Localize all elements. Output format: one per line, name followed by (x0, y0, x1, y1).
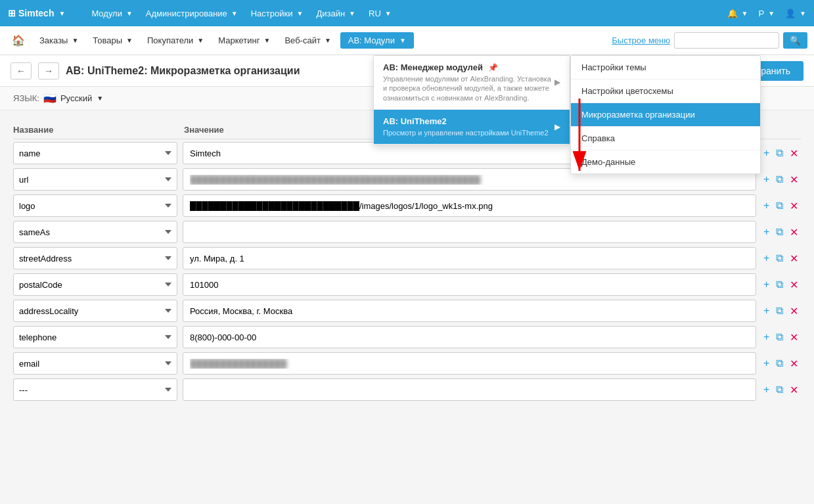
field-select-streetaddress[interactable]: streetAddress (13, 247, 177, 269)
top-nav-bell[interactable]: 🔔▼ (727, 9, 748, 18)
delete-row-button[interactable]: ✕ (788, 277, 800, 292)
admin-caret: ▼ (231, 10, 238, 17)
field-select-logo[interactable]: logo (13, 195, 177, 217)
add-row-button[interactable]: + (761, 172, 771, 187)
field-input-email[interactable] (183, 352, 756, 375)
website-caret: ▼ (325, 37, 331, 44)
table-row: telephone + ⧉ ✕ (13, 326, 801, 348)
table-headers: Название Значение (13, 121, 801, 139)
table-row: name + ⧉ ✕ (13, 142, 801, 164)
copy-row-button[interactable]: ⧉ (774, 304, 785, 318)
copy-row-button[interactable]: ⧉ (774, 172, 785, 187)
add-row-button[interactable]: + (761, 356, 771, 371)
table-row: url + ⧉ ✕ (13, 168, 801, 191)
nav2-buyers[interactable]: Покупатели ▼ (142, 33, 209, 48)
row-actions-sameas: + ⧉ ✕ (761, 225, 801, 240)
field-select-email[interactable]: email (13, 352, 177, 375)
lang-caret: ▼ (385, 10, 392, 17)
table-row: streetAddress + ⧉ ✕ (13, 247, 801, 269)
copy-row-button[interactable]: ⧉ (774, 330, 785, 344)
add-row-button[interactable]: + (761, 225, 771, 239)
delete-row-button[interactable]: ✕ (788, 304, 800, 319)
field-select-url[interactable]: url (13, 168, 177, 191)
delete-row-button[interactable]: ✕ (788, 146, 800, 161)
nav2-orders[interactable]: Заказы ▼ (34, 33, 83, 48)
add-row-button[interactable]: + (761, 146, 771, 160)
add-row-button[interactable]: + (761, 251, 771, 265)
field-input-sameas[interactable] (183, 221, 756, 243)
copy-row-button[interactable]: ⧉ (774, 356, 785, 371)
data-table: Название Значение name + ⧉ ✕ url + ⧉ ✕ l… (0, 110, 814, 415)
page-title: АВ: UniTheme2: Микроразметка организации (66, 65, 300, 77)
brand-caret-icon: ▼ (58, 10, 65, 17)
quick-menu-link[interactable]: Быстрое меню (612, 35, 670, 45)
save-button[interactable]: Сохранить (731, 61, 803, 81)
top-nav-lang[interactable]: RU ▼ (369, 9, 392, 18)
top-nav-design[interactable]: Дизайн ▼ (316, 9, 355, 18)
delete-row-button[interactable]: ✕ (788, 225, 800, 240)
search-input[interactable] (674, 32, 779, 49)
delete-row-button[interactable]: ✕ (788, 172, 800, 187)
field-select-sameas[interactable]: sameAs (13, 221, 177, 243)
copy-row-button[interactable]: ⧉ (774, 225, 785, 239)
add-row-button[interactable]: + (761, 304, 771, 318)
forward-button[interactable]: → (38, 62, 59, 80)
row-actions-telephone: + ⧉ ✕ (761, 330, 801, 345)
second-navigation: 🏠 Заказы ▼ Товары ▼ Покупатели ▼ Маркети… (0, 26, 814, 55)
copy-row-button[interactable]: ⧉ (774, 277, 785, 292)
back-button[interactable]: ← (11, 62, 32, 80)
copy-row-button[interactable]: ⧉ (774, 198, 785, 213)
brand-logo[interactable]: ⊞ Simtech ▼ (8, 8, 65, 18)
field-select-postalcode[interactable]: postalCode (13, 273, 177, 296)
field-select-name[interactable]: name (13, 142, 177, 164)
delete-row-button[interactable]: ✕ (788, 330, 800, 345)
search-button[interactable]: 🔍 (783, 32, 807, 49)
row-actions-streetaddress: + ⧉ ✕ (761, 251, 801, 266)
add-row-button[interactable]: + (761, 277, 771, 292)
top-nav-items: Модули ▼ Администрирование ▼ Настройки ▼… (91, 9, 391, 18)
add-row-button[interactable]: + (761, 330, 771, 344)
field-input-telephone[interactable] (183, 326, 756, 348)
nav2-website[interactable]: Веб-сайт ▼ (279, 33, 336, 48)
table-row: addressLocality + ⧉ ✕ (13, 300, 801, 322)
nav2-ab-modules[interactable]: АВ: Модули ▼ (340, 32, 414, 49)
add-row-button[interactable]: + (761, 198, 771, 213)
add-row-button[interactable]: + (761, 382, 771, 397)
delete-row-button[interactable]: ✕ (788, 251, 800, 266)
row-actions-name: + ⧉ ✕ (761, 146, 801, 161)
field-input-addresslocality[interactable] (183, 300, 756, 322)
nav2-products[interactable]: Товары ▼ (87, 33, 138, 48)
delete-row-button[interactable]: ✕ (788, 356, 800, 371)
copy-row-button[interactable]: ⧉ (774, 251, 785, 265)
delete-row-button[interactable]: ✕ (788, 382, 800, 398)
top-nav-user[interactable]: 👤▼ (785, 9, 806, 18)
table-row: --- + ⧉ ✕ (13, 378, 801, 401)
field-input-logo[interactable] (183, 195, 756, 217)
row-actions-addresslocality: + ⧉ ✕ (761, 304, 801, 319)
field-select-empty[interactable]: --- (13, 378, 177, 401)
copy-row-button[interactable]: ⧉ (774, 382, 785, 397)
top-nav-settings[interactable]: Настройки ▼ (251, 9, 304, 18)
top-nav-admin[interactable]: Администрирование ▼ (146, 9, 238, 18)
design-caret: ▼ (349, 10, 355, 17)
field-input-url[interactable] (183, 168, 756, 191)
settings-caret: ▼ (296, 10, 303, 17)
grid-icon: ⊞ (8, 8, 16, 18)
field-input-name[interactable] (183, 142, 756, 164)
home-button[interactable]: 🏠 (7, 32, 30, 49)
field-input-postalcode[interactable] (183, 273, 756, 296)
top-nav-p[interactable]: P▼ (759, 9, 775, 18)
language-bar: ЯЗЫК: 🇷🇺 Русский ▼ (0, 87, 814, 110)
field-select-telephone[interactable]: telephone (13, 326, 177, 348)
language-selector[interactable]: Русский ▼ (60, 93, 103, 103)
field-input-empty[interactable] (183, 378, 756, 401)
table-row: postalCode + ⧉ ✕ (13, 273, 801, 296)
delete-row-button[interactable]: ✕ (788, 198, 800, 214)
col-header-value: Значение (184, 125, 801, 135)
nav2-marketing[interactable]: Маркетинг ▼ (213, 33, 275, 48)
top-nav-modules[interactable]: Модули ▼ (91, 9, 132, 18)
field-select-addresslocality[interactable]: addressLocality (13, 300, 177, 322)
modules-caret: ▼ (126, 10, 133, 17)
copy-row-button[interactable]: ⧉ (774, 146, 785, 160)
field-input-streetaddress[interactable] (183, 247, 756, 269)
